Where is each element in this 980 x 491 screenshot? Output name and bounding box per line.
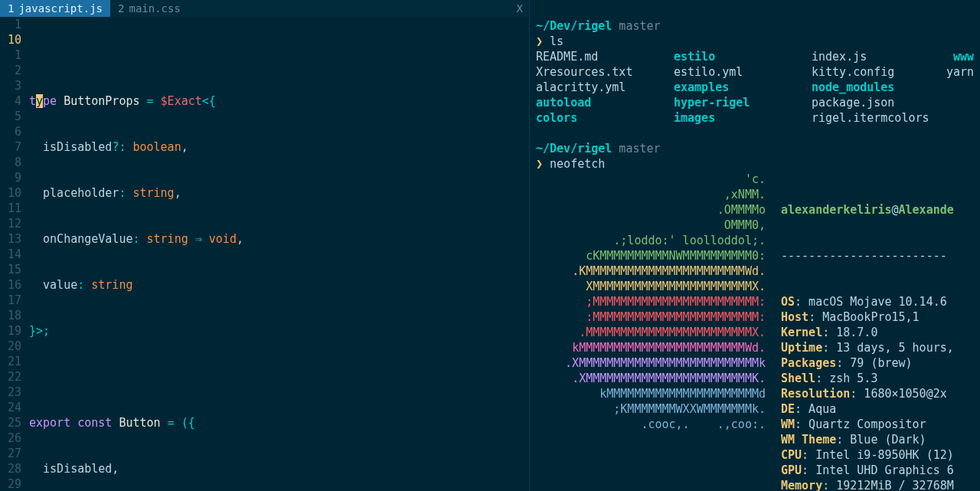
line-number: 20 <box>0 339 21 354</box>
editor-pane: 1 javascript.js 2 main.css X 11012345678… <box>0 0 530 491</box>
line-number: 8 <box>0 155 21 170</box>
neofetch-info-row: Host: MacBookPro15,1 <box>781 309 974 325</box>
terminal-line <box>536 3 974 18</box>
line-number: 6 <box>0 124 21 139</box>
line-number: 21 <box>0 354 21 369</box>
ls-entry: README.md <box>536 49 674 64</box>
neofetch-info-row: Kernel: 18.7.0 <box>781 325 974 340</box>
ls-entry: hyper-rigel <box>674 95 812 110</box>
neofetch-logo: 'c.,xNMM..OMMMMoOMMM0,.;loddo:' loollodd… <box>536 172 766 491</box>
logo-line: .XMMMMMMMMMMMMMMMMMMMMMMMMMMk <box>536 355 766 371</box>
logo-line: cKMMMMMMMMMMNWMMMMMMMMMM0: <box>536 248 766 264</box>
command-line: ❯ ls <box>536 34 974 49</box>
logo-line: ;MMMMMMMMMMMMMMMMMMMMMMMM: <box>536 294 766 309</box>
ls-entry: package.json <box>812 95 974 110</box>
line-number: 17 <box>0 293 21 308</box>
line-number: 19 <box>0 323 21 339</box>
line-number: 1 <box>0 17 21 32</box>
tab-javascript[interactable]: 1 javascript.js <box>0 0 110 17</box>
logo-line: .MMMMMMMMMMMMMMMMMMMMMMMMX. <box>536 325 766 340</box>
ls-entry: estilo <box>674 49 812 64</box>
logo-line: .XMMMMMMMMMMMMMMMMMMMMMMMMK. <box>536 371 766 386</box>
prompt-line: ~/Dev/rigel master <box>536 141 974 156</box>
code-line: export const Button = ({ <box>29 415 529 430</box>
tab-label: javascript.js <box>18 1 103 16</box>
logo-line: .OMMMMo <box>536 202 766 218</box>
ls-extra-col: www yarn <box>946 49 974 80</box>
tab-close-icon[interactable]: X <box>517 1 523 16</box>
ls-entry: autoload <box>536 95 674 110</box>
line-number: 27 <box>0 446 21 461</box>
ls-entry: colors <box>536 110 674 126</box>
ls-output: README.mdestiloindex.jsXresources.txtest… <box>536 49 974 126</box>
ls-entry: estilo.yml <box>674 64 812 80</box>
neofetch-info-row: WM Theme: Blue (Dark) <box>781 432 974 447</box>
line-number: 1 <box>0 47 21 63</box>
line-number: 28 <box>0 461 21 476</box>
code-line: onChangeValue: string ⇒ void, <box>29 231 529 247</box>
neofetch-info-row: Uptime: 13 days, 5 hours, <box>781 340 974 355</box>
logo-line: .;loddo:' loolloddol;. <box>536 233 766 248</box>
line-number: 24 <box>0 400 21 415</box>
logo-line: OMMM0, <box>536 218 766 233</box>
logo-line: ;KMMMMMMMWXXWMMMMMMMk. <box>536 401 766 417</box>
line-number: 5 <box>0 109 21 124</box>
command-line: ❯ neofetch <box>536 156 974 172</box>
line-number: 18 <box>0 308 21 323</box>
logo-line: XMMMMMMMMMMMMMMMMMMMMMMMX. <box>536 279 766 294</box>
code-line: type ButtonProps = $Exact<{ <box>29 93 529 109</box>
ls-entry: alacritty.yml <box>536 80 674 95</box>
code-line <box>29 369 529 385</box>
ls-entry: node_modules <box>812 80 974 95</box>
neofetch-info-row: Packages: 79 (brew) <box>781 355 974 371</box>
code-lines[interactable]: type ButtonProps = $Exact<{ isDisabled?:… <box>29 17 529 491</box>
line-number: 13 <box>0 231 21 247</box>
neofetch-info-row: GPU: Intel UHD Graphics 6 <box>781 463 974 478</box>
neofetch-info-row: OS: macOS Mojave 10.14.6 <box>781 294 974 309</box>
ls-entry: images <box>674 110 812 126</box>
code-line: placeholder: string, <box>29 185 529 201</box>
neofetch-info-row: Shell: zsh 5.3 <box>781 371 974 386</box>
neofetch-output: 'c.,xNMM..OMMMMoOMMM0,.;loddo:' loollodd… <box>536 172 974 491</box>
line-number: 10 <box>0 32 21 47</box>
neofetch-info-row: DE: Aqua <box>781 401 974 417</box>
code-line: isDisabled, <box>29 461 529 476</box>
logo-line: 'c. <box>536 172 766 187</box>
terminal-pane[interactable]: ~/Dev/rigel master ❯ ls README.mdestiloi… <box>530 0 980 491</box>
line-number: 14 <box>0 247 21 262</box>
logo-line: kMMMMMMMMMMMMMMMMMMMMMMMMWd. <box>536 340 766 355</box>
neofetch-info-row: WM: Quartz Compositor <box>781 417 974 432</box>
logo-line: .KMMMMMMMMMMMMMMMMMMMMMMMWd. <box>536 264 766 279</box>
neofetch-info-row: Memory: 19212MiB / 32768M <box>781 478 974 491</box>
tab-label: main.css <box>129 1 180 16</box>
neofetch-info-row: Resolution: 1680×1050@2x <box>781 386 974 401</box>
line-number: 15 <box>0 262 21 277</box>
line-number: 3 <box>0 78 21 93</box>
code-line: }>; <box>29 323 529 339</box>
neofetch-info: alexanderkeliris@Alexande --------------… <box>781 172 974 491</box>
line-number: 25 <box>0 415 21 430</box>
line-number: 22 <box>0 369 21 385</box>
code-line: isDisabled?: boolean, <box>29 139 529 155</box>
ls-entry: Xresources.txt <box>536 64 674 80</box>
line-number: 7 <box>0 139 21 155</box>
code-line: value: string <box>29 277 529 293</box>
line-number: 29 <box>0 476 21 491</box>
line-number: 23 <box>0 385 21 400</box>
line-number: 26 <box>0 430 21 446</box>
line-number: 4 <box>0 93 21 109</box>
prompt-line: ~/Dev/rigel master <box>536 18 974 34</box>
logo-line: .cooc,. .,coo:. <box>536 417 766 432</box>
line-number: 9 <box>0 170 21 185</box>
tab-number: 1 <box>8 1 14 16</box>
neofetch-info-row: CPU: Intel i9-8950HK (12) <box>781 447 974 463</box>
logo-line: ,xNMM. <box>536 187 766 202</box>
code-area[interactable]: 1101234567891011121314151617181920212223… <box>0 17 529 491</box>
line-number: 11 <box>0 201 21 216</box>
text-cursor: y <box>36 94 43 108</box>
line-number: 16 <box>0 277 21 293</box>
logo-line: :MMMMMMMMMMMMMMMMMMMMMMMM: <box>536 309 766 325</box>
tab-maincss[interactable]: 2 main.css <box>110 0 188 17</box>
line-number: 12 <box>0 216 21 231</box>
tab-bar: 1 javascript.js 2 main.css X <box>0 0 529 17</box>
